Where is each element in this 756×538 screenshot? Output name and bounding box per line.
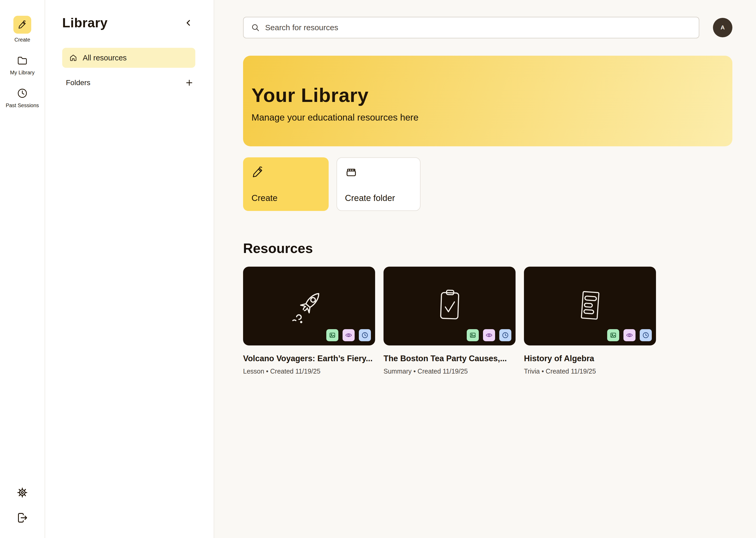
eye-badge — [624, 329, 636, 341]
rail-library-label: My Library — [10, 70, 34, 76]
document-illustration — [572, 286, 608, 326]
hero-banner: Your Library Manage your educational res… — [243, 56, 732, 146]
resource-thumbnail — [524, 267, 656, 346]
image-badge — [326, 329, 338, 341]
action-row: Create Create folder — [243, 157, 732, 211]
logout-button[interactable] — [17, 512, 28, 523]
badge-row — [326, 329, 371, 341]
clipboard-check-illustration — [431, 286, 468, 326]
create-folder-card[interactable]: Create folder — [337, 157, 420, 211]
resource-thumbnail — [384, 267, 516, 346]
eye-badge — [483, 329, 495, 341]
search-bar — [243, 17, 699, 38]
hero-title: Your Library — [252, 84, 732, 106]
image-badge — [607, 329, 619, 341]
badge-row — [467, 329, 511, 341]
sidebar-item-all-resources[interactable]: All resources — [62, 48, 195, 68]
image-badge — [467, 329, 479, 341]
create-folder-card-label: Create folder — [345, 193, 395, 203]
resource-title: History of Algebra — [524, 354, 656, 363]
avatar-letter: A — [721, 24, 725, 31]
clock-badge — [640, 329, 652, 341]
rail-item-create[interactable]: Create — [13, 16, 31, 43]
pencil-icon — [252, 166, 264, 178]
clock-icon — [502, 332, 509, 339]
eye-icon — [626, 332, 633, 339]
plus-icon — [185, 78, 194, 87]
resource-title: The Boston Tea Party Causes,... — [384, 354, 516, 363]
main-content: A Your Library Manage your educational r… — [214, 0, 756, 538]
settings-button[interactable] — [17, 487, 28, 498]
sidebar-title: Library — [62, 15, 108, 30]
eye-badge — [343, 329, 354, 341]
search-icon — [251, 23, 260, 32]
add-folder-button[interactable] — [185, 78, 194, 87]
collapse-sidebar-button[interactable] — [182, 16, 195, 30]
resource-card[interactable]: The Boston Tea Party Causes,... Summary … — [384, 267, 516, 375]
folder-icon — [16, 54, 28, 67]
resource-thumbnail — [243, 267, 375, 346]
topbar: A — [243, 17, 732, 38]
rocket-illustration — [288, 286, 330, 326]
resource-meta: Summary • Created 11/19/25 — [384, 367, 516, 375]
hero-subtitle: Manage your educational resources here — [252, 112, 732, 123]
chevron-left-icon — [184, 18, 193, 27]
all-resources-label: All resources — [83, 54, 127, 62]
rail-sessions-label: Past Sessions — [6, 102, 39, 108]
clock-icon — [361, 332, 368, 339]
resource-card[interactable]: History of Algebra Trivia • Created 11/1… — [524, 267, 656, 375]
folders-row: Folders — [62, 78, 195, 87]
resource-meta: Trivia • Created 11/19/25 — [524, 367, 656, 375]
icon-rail: Create My Library Past Sessions — [0, 0, 45, 538]
home-icon — [69, 54, 77, 62]
eye-icon — [345, 332, 352, 339]
sidebar-header: Library — [62, 15, 195, 30]
resource-card[interactable]: Volcano Voyagers: Earth’s Fiery... Lesso… — [243, 267, 375, 375]
resource-title: Volcano Voyagers: Earth’s Fiery... — [243, 354, 375, 363]
image-icon — [469, 332, 476, 339]
eye-icon — [485, 332, 493, 339]
image-icon — [329, 332, 336, 339]
clock-icon — [642, 332, 649, 339]
clock-icon — [16, 87, 28, 99]
create-card-label: Create — [252, 193, 277, 203]
folders-label: Folders — [66, 79, 90, 87]
resources-grid: Volcano Voyagers: Earth’s Fiery... Lesso… — [243, 267, 732, 375]
rail-item-my-library[interactable]: My Library — [10, 54, 34, 76]
create-button[interactable] — [13, 16, 31, 34]
logout-icon — [17, 512, 28, 523]
rail-create-label: Create — [15, 37, 30, 43]
search-input[interactable] — [265, 23, 691, 32]
rail-bottom — [17, 487, 28, 523]
app-root: Create My Library Past Sessions — [0, 0, 756, 538]
folder-box-icon — [345, 166, 357, 178]
clock-badge — [499, 329, 511, 341]
resources-heading: Resources — [243, 241, 732, 256]
rail-item-past-sessions[interactable]: Past Sessions — [6, 87, 39, 108]
avatar[interactable]: A — [713, 18, 732, 37]
pencil-icon — [18, 20, 27, 29]
resource-meta: Lesson • Created 11/19/25 — [243, 367, 375, 375]
clock-badge — [359, 329, 371, 341]
image-icon — [609, 332, 617, 339]
gear-icon — [17, 487, 28, 498]
badge-row — [607, 329, 652, 341]
library-sidebar: Library All resources Folders — [45, 0, 214, 538]
create-card[interactable]: Create — [243, 157, 329, 211]
